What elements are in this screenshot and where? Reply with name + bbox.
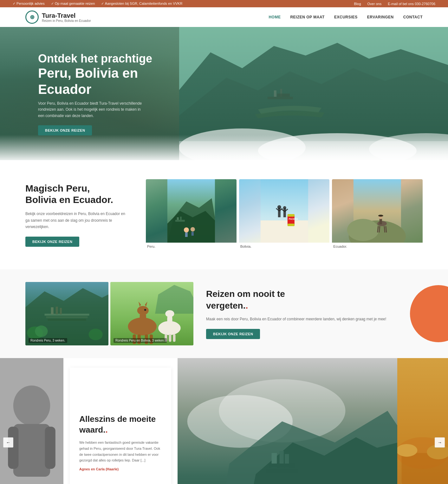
- travel-photo-machu[interactable]: Rondreis Peru, 3 weken.: [25, 282, 108, 345]
- svg-rect-22: [261, 220, 308, 243]
- hero-description: Voor Peru, Bolivia en Ecuador biedt Tura…: [38, 101, 146, 119]
- svg-point-37: [347, 219, 379, 241]
- svg-rect-80: [45, 427, 55, 469]
- svg-rect-71: [167, 315, 172, 329]
- svg-point-19: [191, 227, 195, 232]
- section-magic-left: Magisch Peru, Bolivia en Ecuador. Bekijk…: [25, 183, 127, 246]
- logo-text: Tura-Travel Reizen in Peru, Bolivia en E…: [42, 12, 91, 23]
- svg-text:PACEÑA: PACEÑA: [289, 218, 298, 220]
- svg-point-56: [35, 325, 48, 337]
- top-bar-left: ✓ Persoonlijk advies ✓ Op maat gemaakte …: [13, 2, 182, 6]
- hero-section: Ontdek het prachtige Peru, Bolivia en Ec…: [0, 27, 448, 160]
- photo-ecuador-img: [332, 179, 423, 243]
- topbar-item-1: ✓ Persoonlijk advies: [13, 2, 45, 6]
- ervaringen-photo-right: →: [397, 358, 448, 484]
- section-magic-description: Bekijk onze voorbeeldreizen in Peru, Bol…: [25, 211, 127, 230]
- topbar-over-ons[interactable]: Over ons: [367, 2, 382, 6]
- ervaringen-testimonial-card: Alleszins de moeite waard.. We hebben ee…: [70, 368, 171, 484]
- svg-rect-78: [13, 424, 50, 477]
- svg-rect-52: [51, 307, 54, 314]
- header: ⊛ Tura-Travel Reizen in Peru, Bolivia en…: [0, 7, 448, 27]
- logo-icon: ⊛: [25, 10, 39, 24]
- section-magic-heading-line1: Magisch Peru,: [25, 183, 90, 193]
- nav-reizen-op-maat[interactable]: REIZEN OP MAAT: [290, 15, 325, 19]
- svg-rect-51: [48, 319, 86, 321]
- nav-home[interactable]: HOME: [269, 15, 281, 19]
- svg-point-77: [13, 385, 50, 425]
- travel-content: Reizen om nooit te vergeten.. Maak een r…: [206, 288, 423, 339]
- svg-rect-53: [56, 307, 58, 314]
- photo-ecuador-label: Ecuador.: [332, 243, 423, 250]
- svg-rect-42: [380, 215, 382, 216]
- svg-point-26: [283, 206, 286, 209]
- nav-arrow-next[interactable]: →: [435, 437, 445, 448]
- hero-heading-line2: Peru, Bolivia en Ecuador: [38, 66, 138, 96]
- travel-label-machu: Rondreis Peru, 3 weken.: [29, 338, 67, 343]
- logo-area: ⊛ Tura-Travel Reizen in Peru, Bolivia en…: [25, 10, 91, 24]
- photo-peru-label: Peru.: [146, 243, 237, 250]
- hero-content: Ontdek het prachtige Peru, Bolivia en Ec…: [0, 52, 197, 135]
- travel-label-llama: Rondreis Peru en Bolivia, 3 weken.: [114, 338, 167, 343]
- hero-heading-line1: Ontdek het prachtige: [38, 52, 152, 65]
- svg-rect-54: [60, 308, 62, 314]
- hero-cta-button[interactable]: BEKIJK ONZE REIZEN: [38, 125, 92, 135]
- top-bar: ✓ Persoonlijk advies ✓ Op maat gemaakte …: [0, 0, 448, 7]
- svg-point-57: [89, 329, 103, 340]
- svg-rect-34: [288, 224, 295, 226]
- svg-point-65: [144, 309, 146, 311]
- travel-heading: Reizen om nooit te vergeten..: [206, 288, 423, 311]
- ervaringen-photo-left: ←: [0, 358, 63, 484]
- ervaringen-text: We hebben een fantastisch goed gereisde …: [79, 440, 162, 463]
- topbar-blog[interactable]: Blog: [354, 2, 361, 6]
- logo-brand: Tura-Travel: [42, 12, 91, 19]
- nav: HOME REIZEN OP MAAT EXCURSIES ERVARINGEN…: [269, 15, 423, 19]
- svg-rect-79: [8, 427, 18, 469]
- svg-rect-18: [185, 232, 188, 237]
- svg-rect-89: [269, 464, 295, 468]
- svg-line-45: [384, 226, 385, 232]
- svg-rect-16: [175, 220, 185, 222]
- hero-fade: [0, 135, 448, 160]
- svg-rect-3: [274, 90, 276, 97]
- svg-rect-25: [283, 208, 286, 217]
- travel-photo-llama[interactable]: Rondreis Peru en Bolivia, 3 weken.: [110, 282, 193, 345]
- section-magic-photos: Peru.: [146, 179, 423, 250]
- section-travel: Rondreis Peru, 3 weken.: [0, 269, 448, 358]
- travel-description: Maak een reis door Peru, Bolivia en Ecua…: [206, 316, 423, 322]
- nav-excursies[interactable]: EXCURSIES: [334, 15, 358, 19]
- svg-point-72: [165, 310, 174, 317]
- nav-arrow-prev[interactable]: ←: [3, 437, 13, 448]
- svg-rect-74: [169, 334, 171, 342]
- svg-rect-50: [46, 316, 88, 318]
- photo-card-bolivia: PACEÑA Bolivia.: [239, 179, 330, 250]
- svg-rect-6: [268, 97, 293, 99]
- svg-rect-33: [288, 214, 295, 217]
- svg-point-62: [137, 306, 149, 315]
- hero-heading: Ontdek het prachtige Peru, Bolivia en Ec…: [38, 52, 159, 97]
- svg-rect-20: [192, 232, 194, 236]
- photo-card-peru: Peru.: [146, 179, 237, 250]
- photo-bolivia-img: PACEÑA: [239, 179, 330, 243]
- svg-rect-75: [173, 334, 176, 342]
- section-magic-cta-button[interactable]: BEKIJK ONZE REIZEN: [25, 237, 79, 247]
- section-magic-heading-line2: Bolivia en Ecuador.: [25, 194, 113, 205]
- topbar-item-2: ✓ Op maat gemaakte reizen: [51, 2, 95, 6]
- svg-point-94: [397, 444, 417, 457]
- section-ervaringen: ← Alleszins de moeite waard.. We hebben …: [0, 358, 448, 484]
- photo-bolivia-label: Bolivia.: [239, 243, 330, 250]
- nav-contact[interactable]: CONTACT: [403, 15, 423, 19]
- svg-line-44: [379, 226, 380, 232]
- photo-peru-img: [146, 179, 237, 243]
- svg-line-46: [386, 226, 386, 232]
- travel-photos: Rondreis Peru, 3 weken.: [25, 282, 193, 345]
- svg-rect-5: [277, 94, 290, 97]
- top-bar-right: Blog Over ons E-mail of bel ons 030-2760…: [354, 2, 436, 6]
- photo-card-ecuador: Ecuador.: [332, 179, 423, 250]
- nav-ervaringen[interactable]: ERVARINGEN: [367, 15, 394, 19]
- svg-point-17: [184, 227, 189, 232]
- logo-sub: Reizen in Peru, Bolivia en Ecuador: [42, 19, 91, 23]
- ervaringen-heading: Alleszins de moeite waard..: [79, 414, 162, 435]
- travel-cta-button[interactable]: BEKIJK ONZE REIZEN: [206, 329, 260, 339]
- topbar-contact-phone: E-mail of bel ons 030-2760706: [388, 2, 435, 6]
- ervaringen-author: Agnes en Carla (Haarle): [79, 467, 162, 471]
